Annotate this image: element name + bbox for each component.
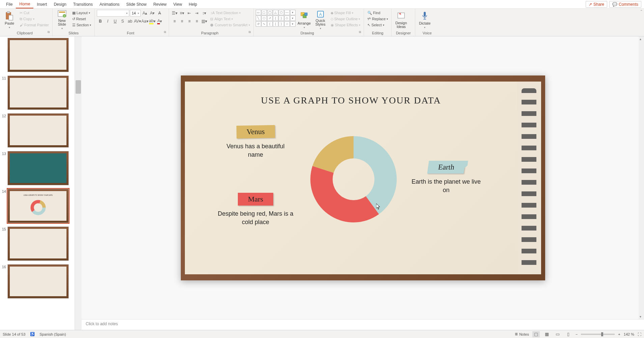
shadow-button[interactable]: ab bbox=[127, 18, 133, 25]
mars-tape-label[interactable]: Mars bbox=[238, 193, 273, 206]
language-indicator[interactable]: Spanish (Spain) bbox=[39, 332, 66, 336]
smartart-button[interactable]: ⬣Convert to SmartArt▾ bbox=[209, 22, 251, 28]
indent-increase-button[interactable]: ⇥ bbox=[193, 10, 200, 17]
slide-title[interactable]: USE A GRAPH TO SHOW YOUR DATA bbox=[198, 95, 504, 106]
replace-button[interactable]: ᵃ⁄ᵇReplace▾ bbox=[366, 16, 389, 22]
earth-description[interactable]: Earth is the planet we live on bbox=[408, 178, 485, 194]
mars-description[interactable]: Despite being red, Mars is a cold place bbox=[215, 210, 296, 226]
slide-thumbnail[interactable] bbox=[7, 75, 69, 110]
align-right-button[interactable]: ≡ bbox=[186, 18, 193, 25]
slide-thumbnail[interactable] bbox=[7, 38, 69, 72]
tab-design[interactable]: Design bbox=[50, 1, 69, 8]
align-center-button[interactable]: ≡ bbox=[178, 18, 185, 25]
layout-button[interactable]: ▦Layout▾ bbox=[71, 10, 93, 16]
earth-callout[interactable]: Earth Earth is the planet we live on bbox=[408, 161, 485, 194]
slide-thumbnail[interactable] bbox=[7, 151, 69, 185]
tab-review[interactable]: Review bbox=[150, 1, 170, 8]
zoom-in-button[interactable]: + bbox=[618, 332, 620, 336]
notes-pane[interactable]: Click to add notes bbox=[82, 319, 644, 330]
zoom-level[interactable]: 142 % bbox=[624, 332, 634, 336]
find-button[interactable]: 🔍Find bbox=[366, 10, 389, 16]
paragraph-launcher[interactable]: ⧉ bbox=[249, 30, 251, 36]
font-launcher[interactable]: ⧉ bbox=[164, 30, 167, 36]
arrange-button[interactable]: Arrange▾ bbox=[297, 10, 312, 30]
strike-button[interactable]: S bbox=[119, 18, 126, 25]
align-left-button[interactable]: ≡ bbox=[171, 18, 178, 25]
clear-formatting-button[interactable]: A̶ bbox=[156, 10, 163, 17]
tab-slideshow[interactable]: Slide Show bbox=[123, 1, 150, 8]
tab-view[interactable]: View bbox=[170, 1, 186, 8]
comments-button[interactable]: 💬Comments bbox=[609, 1, 641, 8]
new-slide-button[interactable]: + New Slide ▾ bbox=[55, 10, 69, 30]
decrease-font-button[interactable]: A▾ bbox=[149, 10, 156, 17]
shape-effects-button[interactable]: ◉Shape Effects▾ bbox=[329, 22, 362, 28]
select-button[interactable]: ↖Select▾ bbox=[366, 22, 389, 28]
canvas-scrollbar[interactable]: ▴▾ bbox=[639, 36, 644, 319]
donut-slice-venus[interactable] bbox=[312, 136, 354, 173]
slide-thumbnail[interactable] bbox=[7, 264, 69, 299]
align-text-button[interactable]: ⊟Align Text▾ bbox=[209, 16, 251, 22]
paste-button[interactable]: Paste ▾ bbox=[2, 10, 17, 30]
tab-insert[interactable]: Insert bbox=[33, 1, 50, 8]
tab-animations[interactable]: Animations bbox=[96, 1, 123, 8]
clipboard-launcher[interactable]: ⧉ bbox=[48, 30, 50, 36]
underline-button[interactable]: U bbox=[112, 18, 118, 25]
section-button[interactable]: ☰Section▾ bbox=[71, 22, 93, 28]
mars-callout[interactable]: Mars Despite being red, Mars is a cold p… bbox=[215, 193, 296, 226]
cut-button[interactable]: ✂Cut bbox=[18, 10, 50, 16]
venus-callout[interactable]: Venus Venus has a beautiful name bbox=[219, 125, 293, 159]
reading-view-button[interactable]: ▭ bbox=[554, 331, 561, 337]
indent-decrease-button[interactable]: ⇤ bbox=[186, 10, 193, 17]
font-color-button[interactable]: A▾ bbox=[156, 18, 163, 25]
donut-chart[interactable] bbox=[310, 135, 397, 223]
slide-thumbnail[interactable]: USE A GRAPH TO SHOW YOUR DATA bbox=[7, 189, 69, 223]
text-direction-button[interactable]: ↕AText Direction▾ bbox=[209, 10, 251, 16]
zoom-slider[interactable] bbox=[581, 334, 615, 335]
numbering-button[interactable]: ≡▾ bbox=[178, 10, 185, 17]
format-painter-button[interactable]: 🖌Format Painter bbox=[18, 22, 50, 28]
copy-button[interactable]: ⧉Copy▾ bbox=[18, 16, 50, 22]
slide-counter[interactable]: Slide 14 of 53 bbox=[3, 332, 25, 336]
tab-home[interactable]: Home bbox=[16, 0, 33, 8]
spacing-button[interactable]: AV▾ bbox=[134, 18, 141, 25]
dictate-button[interactable]: Dictate▾ bbox=[417, 10, 432, 30]
bullets-button[interactable]: ☰▾ bbox=[171, 10, 178, 17]
slide-thumbnail[interactable] bbox=[7, 226, 69, 261]
notes-placeholder[interactable]: Click to add notes bbox=[86, 321, 118, 326]
collapse-ribbon-button[interactable]: ⌃ bbox=[640, 9, 643, 13]
tab-transitions[interactable]: Transitions bbox=[70, 1, 96, 8]
quick-styles-button[interactable]: A Quick Styles▾ bbox=[313, 10, 328, 30]
columns-button[interactable]: ▥▾ bbox=[201, 18, 207, 25]
line-spacing-button[interactable]: ↕▾ bbox=[201, 10, 207, 17]
reset-button[interactable]: ↺Reset bbox=[71, 16, 93, 22]
tab-file[interactable]: File bbox=[3, 1, 16, 8]
fit-to-window-button[interactable]: ⛶ bbox=[638, 332, 641, 336]
font-size-combo[interactable]: 14▾ bbox=[130, 10, 141, 17]
slide-viewport[interactable]: USE A GRAPH TO SHOW YOUR DATA Venus Venu… bbox=[82, 36, 644, 319]
font-name-combo[interactable]: ▾ bbox=[97, 10, 129, 17]
notes-toggle[interactable]: ≣Notes bbox=[515, 332, 529, 336]
design-ideas-button[interactable]: Design Ideas bbox=[394, 10, 409, 30]
venus-description[interactable]: Venus has a beautiful name bbox=[219, 142, 293, 159]
slide-thumbnails-pane[interactable]: 11 12 13 14 USE A GRAPH TO SHOW YOUR DAT… bbox=[0, 36, 75, 330]
shape-outline-button[interactable]: ◇Shape Outline▾ bbox=[329, 16, 362, 22]
scrollbar-thumb[interactable] bbox=[76, 80, 81, 94]
italic-button[interactable]: I bbox=[104, 18, 111, 25]
shape-fill-button[interactable]: ◆Shape Fill▾ bbox=[329, 10, 362, 16]
increase-font-button[interactable]: A▴ bbox=[141, 10, 148, 17]
slide[interactable]: USE A GRAPH TO SHOW YOUR DATA Venus Venu… bbox=[181, 75, 545, 280]
earth-tape-label[interactable]: Earth bbox=[427, 161, 465, 174]
accessibility-icon[interactable]: ♿ bbox=[30, 332, 35, 336]
zoom-out-button[interactable]: − bbox=[576, 332, 578, 336]
slideshow-view-button[interactable]: ▯ bbox=[565, 331, 572, 337]
drawing-launcher[interactable]: ⧉ bbox=[359, 30, 362, 36]
sorter-view-button[interactable]: ▦ bbox=[543, 331, 551, 337]
tab-help[interactable]: Help bbox=[186, 1, 201, 8]
thumbs-scrollbar[interactable] bbox=[75, 36, 82, 330]
justify-button[interactable]: ≡ bbox=[193, 18, 200, 25]
highlight-button[interactable]: ab▾ bbox=[149, 18, 156, 25]
bold-button[interactable]: B bbox=[97, 18, 104, 25]
shapes-gallery[interactable]: ▭▢◯△⬠—▾ ╲⬡↗{}◇▾ ↺∿({}☆▾ bbox=[256, 10, 296, 27]
slide-thumbnail[interactable] bbox=[7, 113, 69, 148]
venus-tape-label[interactable]: Venus bbox=[236, 125, 275, 139]
